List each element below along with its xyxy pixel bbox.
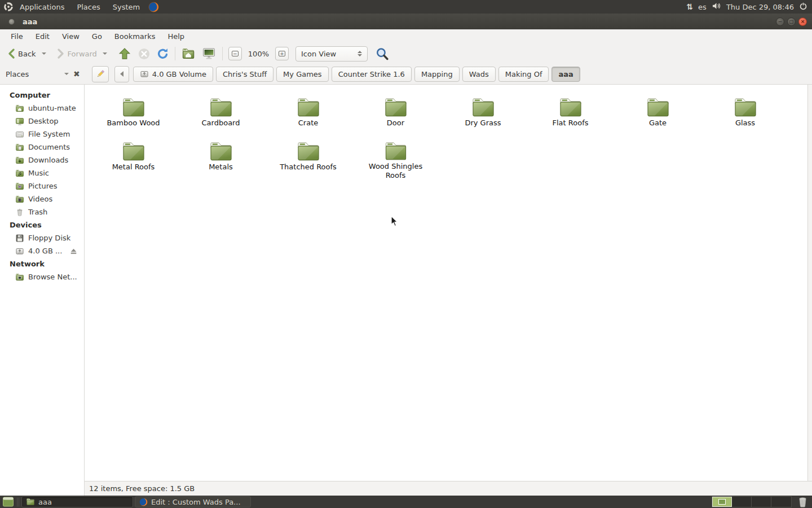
menu-go[interactable]: Go — [86, 29, 108, 43]
minimize-button[interactable]: − — [776, 17, 784, 26]
home-button[interactable] — [181, 47, 196, 60]
sidebar-item-music[interactable]: Music — [0, 167, 84, 179]
folder-item[interactable]: Glass — [701, 92, 789, 136]
view-selector[interactable]: Icon View — [295, 46, 368, 62]
pencil-icon — [95, 69, 105, 79]
show-desktop-button[interactable] — [1, 496, 15, 507]
menu-help[interactable]: Help — [161, 29, 191, 43]
folder-item[interactable]: Dry Grass — [439, 92, 527, 136]
folder-icon — [120, 140, 147, 161]
breadcrumb-counter-strike[interactable]: Counter Strike 1.6 — [332, 67, 412, 82]
sidebar-item-browse-network[interactable]: Browse Net... — [0, 270, 84, 283]
menu-file[interactable]: File — [5, 29, 29, 43]
folder-icon — [645, 96, 672, 117]
sidebar-item-home[interactable]: ubuntu-mate — [0, 102, 84, 115]
sidebar-item-floppy[interactable]: Floppy Disk — [0, 231, 84, 244]
menu-edit[interactable]: Edit — [29, 29, 56, 43]
places-dropdown-icon — [64, 73, 69, 75]
sidebar-item-videos[interactable]: Videos — [0, 192, 84, 205]
videos-folder-icon — [15, 195, 24, 204]
folder-item[interactable]: Cardboard — [177, 92, 264, 136]
edit-location-button[interactable] — [92, 66, 109, 82]
task-button-firefox[interactable]: Edit : Custom Wads Pa... — [135, 496, 251, 507]
close-sidebar-button[interactable]: ✖ — [73, 69, 80, 78]
clock[interactable]: Thu Dec 29, 08:46 — [726, 3, 794, 11]
computer-button[interactable] — [201, 47, 217, 60]
folder-icon — [295, 140, 322, 161]
zoom-out-button[interactable]: − — [228, 47, 242, 60]
window-titlebar[interactable]: aaa − □ × — [0, 14, 812, 29]
sidebar-item-filesystem[interactable]: File System — [0, 128, 84, 141]
folder-icon — [557, 96, 584, 117]
toolbar: Back Forward − 100% + Icon View — [0, 43, 812, 64]
sidebar-item-pictures[interactable]: Pictures — [0, 179, 84, 192]
sidebar-item-desktop[interactable]: Desktop — [0, 115, 84, 128]
menu-applications[interactable]: Applications — [14, 0, 70, 14]
downloads-folder-icon — [15, 156, 24, 165]
breadcrumb-volume[interactable]: 4.0 GB Volume — [133, 67, 213, 82]
music-folder-icon — [15, 169, 24, 178]
folder-item[interactable]: Crate — [264, 92, 352, 136]
folder-item[interactable]: Metal Roofs — [90, 136, 177, 180]
sidebar-item-downloads[interactable]: Downloads — [0, 154, 84, 167]
folder-icon — [120, 96, 147, 117]
eject-button[interactable] — [69, 246, 78, 256]
zoom-in-button[interactable]: + — [275, 47, 289, 60]
reload-button[interactable] — [156, 47, 169, 60]
search-button[interactable] — [375, 47, 389, 61]
folder-item[interactable]: Bamboo Wood — [90, 92, 177, 136]
workspace-1[interactable] — [712, 497, 732, 507]
mate-menu-icon[interactable] — [3, 2, 14, 12]
folder-item[interactable]: Thatched Roofs — [264, 136, 352, 180]
usb-drive-icon — [15, 247, 24, 256]
zoom-level: 100% — [248, 50, 269, 58]
sidebar-item-usb-volume[interactable]: 4.0 GB ... — [0, 244, 84, 257]
folder-item[interactable]: Door — [352, 92, 439, 136]
sidebar-item-documents[interactable]: Documents — [0, 141, 84, 154]
forward-button[interactable]: Forward — [58, 49, 107, 59]
breadcrumb-making-of[interactable]: Making Of — [498, 67, 549, 82]
sidebar-section-devices: Devices — [0, 218, 84, 231]
volume-icon[interactable] — [712, 2, 721, 12]
workspace-4[interactable] — [771, 497, 791, 507]
network-traffic-icon[interactable]: ⇅ — [686, 1, 693, 12]
menu-view[interactable]: View — [56, 29, 86, 43]
scrollbar[interactable] — [807, 85, 812, 481]
sidebar-section-network: Network — [0, 257, 84, 270]
hard-disk-icon — [15, 130, 24, 139]
folder-icon — [295, 96, 322, 117]
forward-dropdown-icon[interactable] — [103, 52, 107, 55]
back-button[interactable]: Back — [8, 49, 46, 59]
power-icon[interactable] — [799, 2, 807, 12]
file-view[interactable]: Bamboo Wood Cardboard Crate Door Dry Gra… — [85, 85, 812, 481]
folder-item[interactable]: Flat Roofs — [527, 92, 614, 136]
close-button[interactable]: × — [798, 17, 807, 26]
usb-drive-icon — [140, 69, 149, 78]
menu-bookmarks[interactable]: Bookmarks — [108, 29, 162, 43]
menu-places[interactable]: Places — [70, 0, 106, 14]
maximize-button[interactable]: □ — [787, 17, 796, 26]
breadcrumb-aaa-current[interactable]: aaa — [551, 67, 580, 82]
places-selector[interactable]: Places — [6, 70, 69, 78]
back-chevron-icon — [8, 49, 15, 59]
breadcrumb-chriss-stuff[interactable]: Chris's Stuff — [216, 67, 273, 82]
firefox-launcher-icon[interactable] — [148, 2, 159, 12]
sidebar-item-trash[interactable]: Trash — [0, 205, 84, 218]
breadcrumb-mapping[interactable]: Mapping — [414, 67, 460, 82]
keyboard-layout-indicator[interactable]: es — [698, 3, 707, 11]
up-button[interactable] — [118, 47, 131, 60]
folder-item[interactable]: Gate — [614, 92, 701, 136]
breadcrumb-my-games[interactable]: My Games — [276, 67, 329, 82]
folder-item[interactable]: Metals — [177, 136, 264, 180]
menu-system[interactable]: System — [107, 0, 146, 14]
trash-applet[interactable] — [796, 496, 809, 507]
workspace-2[interactable] — [732, 497, 752, 507]
panel-handle[interactable] — [17, 498, 19, 506]
window-icon — [8, 19, 15, 25]
task-button-aaa[interactable]: aaa — [21, 496, 133, 507]
workspace-3[interactable] — [752, 497, 771, 507]
scroll-breadcrumbs-left-button[interactable] — [114, 66, 129, 82]
back-dropdown-icon[interactable] — [42, 52, 46, 55]
folder-item[interactable]: Wood Shingles Roofs — [352, 136, 439, 180]
breadcrumb-wads[interactable]: Wads — [462, 67, 496, 82]
